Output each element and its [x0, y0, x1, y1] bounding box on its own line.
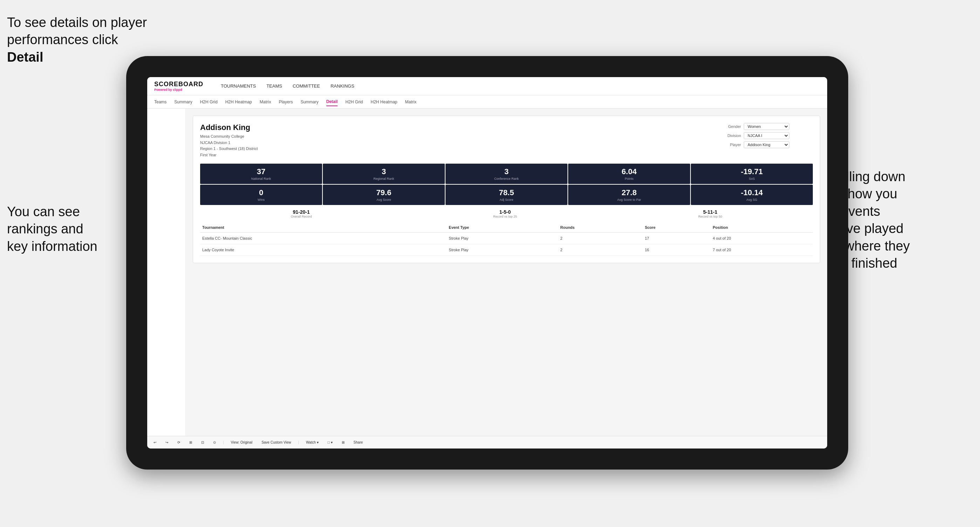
toolbar-clock[interactable]: ⊙: [211, 440, 218, 445]
subnav-h2h-heatmap[interactable]: H2H Heatmap: [225, 98, 252, 106]
stat-adj-score: 78.5 Adj Score: [445, 185, 568, 205]
col-position: Position: [711, 222, 813, 233]
nav-teams[interactable]: TEAMS: [266, 82, 282, 90]
filter-division-select[interactable]: NJCAA I: [744, 132, 789, 139]
stat-regional-rank: 3 Regional Rank: [323, 163, 445, 184]
toolbar-view-original[interactable]: View: Original: [229, 440, 255, 445]
player-card: Addison King Mesa Community College NJCA…: [193, 116, 820, 263]
nav-tournaments[interactable]: TOURNAMENTS: [221, 82, 256, 90]
stat-points-label: Points: [570, 177, 688, 181]
record-overall-label: Overall Record: [291, 215, 312, 218]
stat-points: 6.04 Points: [568, 163, 690, 184]
subnav-h2h-grid2[interactable]: H2H Grid: [345, 98, 363, 106]
stat-regional-rank-label: Regional Rank: [325, 177, 443, 181]
filter-player-label: Player: [722, 143, 741, 147]
scoreboard-logo: SCOREBOARD Powered by clippd: [154, 81, 203, 92]
cell-tournament-1: Estella CC- Mountain Classic: [200, 233, 447, 244]
player-name: Addison King: [200, 123, 258, 132]
col-event-type: Event Type: [447, 222, 558, 233]
stat-avg-score-value: 79.6: [325, 188, 443, 197]
stat-conference-rank-label: Conference Rank: [448, 177, 565, 181]
top-nav: SCOREBOARD Powered by clippd TOURNAMENTS…: [147, 77, 827, 95]
player-year: First Year: [200, 152, 258, 159]
table-row[interactable]: Estella CC- Mountain Classic Stroke Play…: [200, 233, 813, 244]
cell-score-1: 17: [643, 233, 711, 244]
subnav-detail[interactable]: Detail: [326, 98, 338, 106]
nav-committee[interactable]: COMMITTEE: [293, 82, 320, 90]
stat-avg-sg-label: Avg SG: [693, 198, 811, 202]
main-content: Addison King Mesa Community College NJCA…: [186, 109, 827, 436]
bottom-toolbar: ↩ ↪ ⟳ ⊞ ⊡ ⊙ | View: Original Save Custom…: [147, 436, 827, 449]
toolbar-layout[interactable]: ⊡: [199, 440, 206, 445]
toolbar-save-custom[interactable]: Save Custom View: [259, 440, 293, 445]
stat-national-rank-label: National Rank: [202, 177, 320, 181]
nav-rankings[interactable]: RANKINGS: [331, 82, 354, 90]
stat-avg-score-to-par-value: 27.8: [570, 188, 688, 197]
subnav-summary[interactable]: Summary: [174, 98, 192, 106]
stat-regional-rank-value: 3: [325, 167, 443, 176]
cell-event-type-1: Stroke Play: [447, 233, 558, 244]
stat-points-value: 6.04: [570, 167, 688, 176]
record-overall: 91-20-1 Overall Record: [291, 209, 312, 218]
annotation-bottom-left: You can see rankings and key information: [7, 203, 140, 255]
record-top50: 5-11-1 Record vs top 50: [698, 209, 722, 218]
logo-text: SCOREBOARD: [154, 81, 203, 88]
toolbar-share[interactable]: Share: [352, 440, 365, 445]
stats-row1: 37 National Rank 3 Regional Rank 3 Confe…: [200, 163, 813, 184]
subnav-players[interactable]: Players: [278, 98, 293, 106]
stat-conference-rank: 3 Conference Rank: [445, 163, 568, 184]
filter-gender-select[interactable]: Women: [744, 123, 789, 130]
stat-wins: 0 Wins: [200, 185, 322, 205]
col-rounds: Rounds: [558, 222, 643, 233]
toolbar-redo[interactable]: ↪: [163, 440, 170, 445]
subnav-summary2[interactable]: Summary: [301, 98, 318, 106]
stat-wins-label: Wins: [202, 198, 320, 202]
tournament-table: Tournament Event Type Rounds Score Posit…: [200, 222, 813, 256]
toolbar-refresh[interactable]: ⟳: [175, 440, 182, 445]
player-filters: Gender Women Division NJCAA I: [722, 123, 813, 158]
subnav-teams[interactable]: Teams: [154, 98, 167, 106]
stat-avg-score-label: Avg Score: [325, 198, 443, 202]
filter-gender-row: Gender Women: [722, 123, 813, 130]
stat-sos-label: SoS: [693, 177, 811, 181]
player-region: Region 1 - Southwest (18) District: [200, 146, 258, 152]
record-top25-label: Record vs top 25: [493, 215, 517, 218]
record-top25-value: 1-5-0: [493, 209, 517, 215]
toolbar-grid[interactable]: ⊞: [187, 440, 194, 445]
stat-avg-score: 79.6 Avg Score: [323, 185, 445, 205]
stat-conference-rank-value: 3: [448, 167, 565, 176]
cell-position-1: 4 out of 20: [711, 233, 813, 244]
tablet-frame: SCOREBOARD Powered by clippd TOURNAMENTS…: [126, 56, 848, 470]
toolbar-grid2[interactable]: ⊞: [340, 440, 347, 445]
stat-avg-score-to-par: 27.8 Avg Score to Par: [568, 185, 690, 205]
record-overall-value: 91-20-1: [291, 209, 312, 215]
cell-score-2: 16: [643, 244, 711, 256]
record-top50-label: Record vs top 50: [698, 215, 722, 218]
col-score: Score: [643, 222, 711, 233]
stat-adj-score-value: 78.5: [448, 188, 565, 197]
toolbar-sep2: |: [298, 440, 299, 444]
stat-national-rank-value: 37: [202, 167, 320, 176]
toolbar-undo[interactable]: ↩: [151, 440, 158, 445]
content-area: Addison King Mesa Community College NJCA…: [147, 109, 827, 436]
subnav-h2h-grid[interactable]: H2H Grid: [200, 98, 218, 106]
subnav-h2h-heatmap2[interactable]: H2H Heatmap: [371, 98, 397, 106]
player-header: Addison King Mesa Community College NJCA…: [200, 123, 813, 158]
stat-adj-score-label: Adj Score: [448, 198, 565, 202]
sidebar: [147, 109, 186, 436]
col-tournament: Tournament: [200, 222, 447, 233]
cell-position-2: 7 out of 20: [711, 244, 813, 256]
filter-player-select[interactable]: Addison King: [744, 141, 789, 148]
table-row[interactable]: Lady Coyote Invite Stroke Play 2 16 7 ou…: [200, 244, 813, 256]
stat-sos: -19.71 SoS: [691, 163, 813, 184]
stats-row2: 0 Wins 79.6 Avg Score 78.5 Adj Score 2: [200, 185, 813, 205]
toolbar-watch[interactable]: Watch ▾: [304, 440, 321, 445]
subnav-matrix[interactable]: Matrix: [260, 98, 271, 106]
toolbar-window[interactable]: □ ▾: [326, 440, 335, 445]
cell-rounds-1: 2: [558, 233, 643, 244]
subnav-matrix2[interactable]: Matrix: [405, 98, 417, 106]
record-top25: 1-5-0 Record vs top 25: [493, 209, 517, 218]
powered-by: Powered by clippd: [154, 88, 203, 92]
toolbar-sep: |: [223, 440, 224, 444]
tablet-screen: SCOREBOARD Powered by clippd TOURNAMENTS…: [147, 77, 827, 449]
